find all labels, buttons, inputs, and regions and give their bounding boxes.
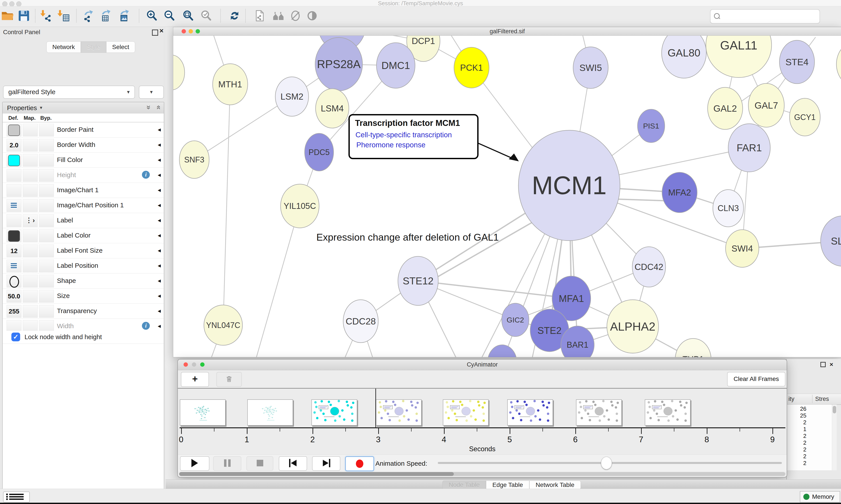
default-value-cell[interactable] (6, 199, 21, 212)
frame-thumbnail-7[interactable] (645, 399, 691, 426)
hide-icon[interactable] (288, 8, 303, 23)
add-frame-button[interactable]: + (181, 372, 209, 387)
mapping-cell[interactable] (23, 245, 38, 257)
table-cell[interactable]: 25 (787, 412, 806, 419)
tab-network[interactable]: Network (47, 41, 81, 53)
tab-select[interactable]: Select (106, 41, 135, 53)
expand-row-icon[interactable]: ◂ (158, 201, 161, 209)
timeline[interactable]: 0123456789 Seconds (178, 389, 787, 454)
export-image-icon[interactable] (118, 8, 132, 23)
tab-edge-table[interactable]: Edge Table (486, 481, 529, 489)
expand-row-icon[interactable]: ◂ (158, 247, 161, 254)
property-row[interactable]: ⋮›Label◂ (3, 213, 164, 228)
frame-thumbnail-1[interactable] (247, 399, 293, 426)
network-canvas[interactable]: DCP1RPS28ADMC1PCK1SWI5GAL80GAL11STE4HAP2… (173, 36, 841, 357)
delete-frame-button[interactable] (216, 372, 242, 387)
bypass-cell[interactable] (39, 199, 54, 212)
node-CDC28[interactable]: CDC28 (343, 300, 378, 343)
node-CDC42[interactable]: CDC42 (632, 247, 666, 287)
style-options-button[interactable]: ▾ (139, 86, 164, 99)
node-DMC1[interactable]: DMC1 (376, 43, 415, 88)
default-value-cell[interactable] (6, 154, 21, 167)
frame-thumbnail-2[interactable] (311, 399, 357, 426)
bypass-cell[interactable] (39, 169, 54, 182)
table-column-stress[interactable]: Stres (815, 396, 829, 402)
mapping-cell[interactable] (23, 124, 38, 137)
table-cell[interactable]: 2 (787, 453, 806, 460)
default-value-cell[interactable] (6, 169, 21, 182)
bypass-cell[interactable] (39, 139, 54, 151)
property-row[interactable]: Image/Chart 1◂ (3, 183, 164, 198)
node-HAP2[interactable]: HAP2 (836, 41, 841, 87)
zoom-selected-icon[interactable] (199, 8, 213, 23)
skip-end-button[interactable] (312, 456, 340, 471)
expand-row-icon[interactable]: ◂ (158, 307, 161, 314)
node-YIL105C[interactable]: YIL105C (281, 184, 319, 228)
frame-thumbnail-4[interactable] (443, 399, 489, 426)
bypass-cell[interactable] (39, 214, 54, 227)
node-left-partial[interactable] (173, 55, 185, 90)
bypass-cell[interactable] (39, 230, 54, 242)
default-value-cell[interactable] (6, 260, 21, 272)
property-row[interactable]: Border Paint◂ (3, 122, 164, 138)
tab-node-table[interactable]: Node Table (442, 481, 486, 489)
expand-all-icon[interactable]: » (145, 105, 153, 109)
import-table-icon[interactable] (56, 8, 71, 23)
default-value-cell[interactable]: 2.0 (6, 139, 21, 151)
table-cell[interactable]: 2 (787, 439, 806, 446)
close-panel-icon[interactable]: × (159, 28, 164, 34)
bypass-cell[interactable] (39, 245, 54, 257)
export-table-icon[interactable] (99, 8, 113, 23)
float-panel-icon[interactable] (152, 30, 158, 36)
property-row[interactable]: 50.0Size◂ (3, 289, 164, 304)
import-network-icon[interactable] (39, 8, 54, 23)
node-GAL2[interactable]: GAL2 (708, 87, 742, 129)
default-value-cell[interactable]: 50.0 (6, 290, 21, 303)
node-TUB1[interactable]: TUB1 (675, 339, 711, 357)
style-dropdown[interactable]: galFiltered Style ▾ (3, 86, 135, 99)
annotation-link[interactable]: Pheromone response (356, 141, 426, 149)
export-network-icon[interactable] (82, 8, 96, 23)
node-FAR1[interactable]: FAR1 (728, 124, 770, 172)
bypass-cell[interactable] (39, 290, 54, 303)
frame-thumbnail-5[interactable] (507, 399, 553, 426)
property-row[interactable]: 12Label Font Size◂ (3, 243, 164, 258)
property-row[interactable]: 255Transparency◂ (3, 304, 164, 319)
bypass-cell[interactable] (39, 124, 54, 137)
bypass-cell[interactable] (39, 260, 54, 272)
bypass-cell[interactable] (39, 154, 54, 167)
node-SWI4[interactable]: SWI4 (726, 230, 759, 267)
table-scrollbar[interactable] (832, 404, 837, 470)
table-cell[interactable]: 2 (787, 460, 806, 467)
checkbox-checked-icon[interactable]: ✓ (12, 332, 20, 341)
close-panel-icon[interactable]: × (829, 362, 833, 367)
frame-thumbnail-6[interactable] (576, 399, 622, 426)
default-value-cell[interactable] (6, 124, 21, 137)
node-PCK1[interactable]: PCK1 (454, 47, 489, 88)
default-value-cell[interactable] (6, 275, 21, 287)
mapping-cell[interactable] (23, 199, 38, 212)
node-YNL047C[interactable]: YNL047C (204, 305, 243, 345)
node-CLN3[interactable]: CLN3 (713, 190, 744, 227)
node-bottom-partial[interactable] (488, 345, 517, 357)
node-GAL80[interactable]: GAL80 (662, 36, 706, 78)
first-neighbors-icon[interactable] (271, 8, 286, 23)
expand-row-icon[interactable]: ◂ (158, 217, 161, 224)
bypass-cell[interactable] (39, 275, 54, 287)
node-GCY1[interactable]: GCY1 (789, 98, 820, 136)
collapse-all-icon[interactable]: » (154, 105, 162, 109)
node-GIC2[interactable]: GIC2 (502, 303, 529, 337)
bypass-cell[interactable] (39, 184, 54, 197)
table-scrollbar-thumb[interactable] (833, 406, 836, 413)
property-row[interactable]: Heighti◂ (3, 168, 164, 183)
playhead[interactable] (375, 389, 376, 428)
table-cell[interactable]: 26 (787, 406, 806, 412)
open-folder-icon[interactable] (0, 8, 15, 23)
timeline-scrollbar-thumb[interactable] (179, 472, 454, 476)
frame-thumbnail-3[interactable] (376, 399, 422, 426)
record-button[interactable] (345, 456, 374, 471)
default-value-cell[interactable] (6, 230, 21, 242)
mapping-cell[interactable] (23, 275, 38, 287)
annotation-link[interactable]: Cell-type-specific transcription (355, 131, 452, 139)
properties-header[interactable]: Properties ▾ » » (3, 102, 164, 113)
